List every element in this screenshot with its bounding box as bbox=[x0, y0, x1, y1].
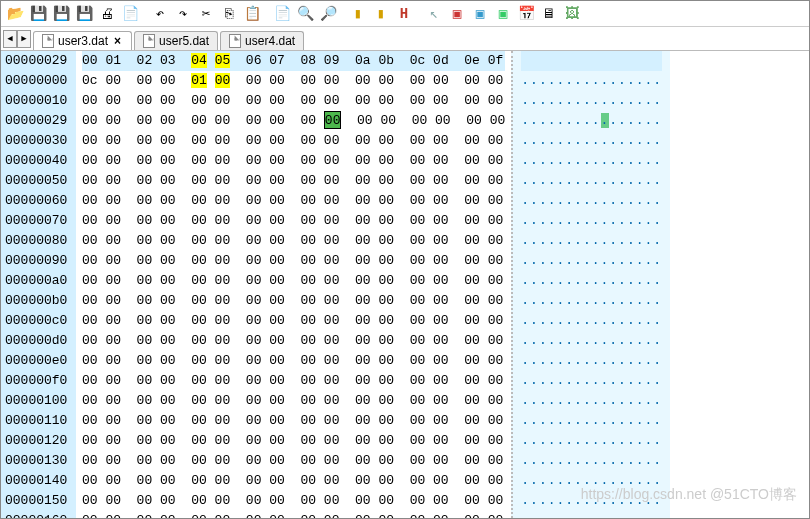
copy-save-icon[interactable]: 💾 bbox=[73, 3, 95, 25]
ascii-row[interactable]: ................ bbox=[521, 111, 662, 131]
hex-row[interactable]: 00 00 00 00 00 00 00 00 00 00 00 00 00 0… bbox=[82, 91, 505, 111]
search-icon[interactable]: 🔍 bbox=[294, 3, 316, 25]
hex-row[interactable]: 00 00 00 00 00 00 00 00 00 00 00 00 00 0… bbox=[82, 431, 505, 451]
file-icon bbox=[42, 34, 54, 48]
new-doc-icon[interactable]: 📄 bbox=[271, 3, 293, 25]
redo-icon[interactable]: ↷ bbox=[172, 3, 194, 25]
tab-close-button[interactable]: × bbox=[112, 34, 123, 48]
cursor-offset: 00000029 bbox=[5, 51, 70, 71]
ascii-row[interactable]: ................ bbox=[521, 231, 662, 251]
offset-label: 00000120 bbox=[5, 431, 70, 451]
ascii-row[interactable]: ................ bbox=[521, 391, 662, 411]
offset-label: 00000070 bbox=[5, 211, 70, 231]
ascii-row[interactable]: ................ bbox=[521, 411, 662, 431]
window-a-icon[interactable]: ▣ bbox=[446, 3, 468, 25]
offset-label: 00000060 bbox=[5, 191, 70, 211]
hex-row[interactable]: 00 00 00 00 00 00 00 00 00 00 00 00 00 0… bbox=[82, 391, 505, 411]
marker-icon[interactable]: ▮ bbox=[347, 3, 369, 25]
ascii-row[interactable]: ................ bbox=[521, 191, 662, 211]
hex-header: 00 01 02 03 04 05 06 07 08 09 0a 0b 0c 0… bbox=[82, 51, 505, 71]
calendar-icon[interactable]: 📅 bbox=[515, 3, 537, 25]
save-all-icon[interactable]: 💾 bbox=[50, 3, 72, 25]
ascii-row[interactable]: ................ bbox=[521, 331, 662, 351]
ascii-row[interactable]: ................ bbox=[521, 291, 662, 311]
hex-row[interactable]: 00 00 00 00 00 00 00 00 00 00 00 00 00 0… bbox=[82, 191, 505, 211]
ascii-row[interactable]: ................ bbox=[521, 351, 662, 371]
offset-label: 00000050 bbox=[5, 171, 70, 191]
tab-user3-dat[interactable]: user3.dat× bbox=[33, 31, 132, 50]
hex-row[interactable]: 00 00 00 00 00 00 00 00 00 00 00 00 00 0… bbox=[82, 131, 505, 151]
hex-row[interactable]: 00 00 00 00 00 00 00 00 00 00 00 00 00 0… bbox=[82, 251, 505, 271]
offset-label: 000000b0 bbox=[5, 291, 70, 311]
ascii-row[interactable]: ................ bbox=[521, 451, 662, 471]
offset-label: 00000080 bbox=[5, 231, 70, 251]
ascii-row[interactable]: ................ bbox=[521, 311, 662, 331]
ascii-row[interactable]: ................ bbox=[521, 271, 662, 291]
offset-label: 00000140 bbox=[5, 471, 70, 491]
hex-row[interactable]: 00 00 00 00 00 00 00 00 00 00 00 00 00 0… bbox=[82, 411, 505, 431]
ascii-row[interactable]: ................ bbox=[521, 371, 662, 391]
offset-label: 00000130 bbox=[5, 451, 70, 471]
offset-label: 00000010 bbox=[5, 91, 70, 111]
hex-row[interactable]: 00 00 00 00 00 00 00 00 00 00 00 00 00 0… bbox=[82, 371, 505, 391]
hex-row[interactable]: 0c 00 00 00 01 00 00 00 00 00 00 00 00 0… bbox=[82, 71, 505, 91]
arrow-left-icon[interactable]: ↖ bbox=[423, 3, 445, 25]
hex-icon[interactable]: H bbox=[393, 3, 415, 25]
ascii-row[interactable]: ................ bbox=[521, 91, 662, 111]
image-icon[interactable]: 🖼 bbox=[561, 3, 583, 25]
ascii-row[interactable]: ................ bbox=[521, 511, 662, 518]
ascii-column[interactable]: ........................................… bbox=[511, 51, 670, 518]
hex-column[interactable]: 00 01 02 03 04 05 06 07 08 09 0a 0b 0c 0… bbox=[76, 51, 511, 518]
ascii-row[interactable]: ................ bbox=[521, 131, 662, 151]
save-icon[interactable]: 💾 bbox=[27, 3, 49, 25]
ascii-row[interactable]: ................ bbox=[521, 251, 662, 271]
undo-icon[interactable]: ↶ bbox=[149, 3, 171, 25]
print-icon[interactable]: 🖨 bbox=[96, 3, 118, 25]
ascii-row[interactable]: ................ bbox=[521, 71, 662, 91]
window-c-icon[interactable]: ▣ bbox=[492, 3, 514, 25]
folder-icon[interactable]: 📂 bbox=[4, 3, 26, 25]
hex-row[interactable]: 00 00 00 00 00 00 00 00 00 00 00 00 00 0… bbox=[82, 211, 505, 231]
file-icon bbox=[229, 34, 241, 48]
monitor-icon[interactable]: 🖥 bbox=[538, 3, 560, 25]
print-preview-icon[interactable]: 📄 bbox=[119, 3, 141, 25]
hex-row[interactable]: 00 00 00 00 00 00 00 00 00 00 00 00 00 0… bbox=[82, 311, 505, 331]
toolbar: 📂 💾 💾 💾 🖨 📄 ↶ ↷ ✂ ⎘ 📋 📄 🔍 🔎 ▮ ▮ H ↖ ▣ ▣ … bbox=[1, 1, 809, 27]
offset-label: 000000d0 bbox=[5, 331, 70, 351]
hex-row[interactable]: 00 00 00 00 00 00 00 00 00 00 00 00 00 0… bbox=[82, 511, 505, 518]
ascii-row[interactable]: ................ bbox=[521, 211, 662, 231]
ascii-row[interactable]: ................ bbox=[521, 431, 662, 451]
hex-row[interactable]: 00 00 00 00 00 00 00 00 00 00 00 00 00 0… bbox=[82, 351, 505, 371]
marker2-icon[interactable]: ▮ bbox=[370, 3, 392, 25]
hex-row[interactable]: 00 00 00 00 00 00 00 00 00 00 00 00 00 0… bbox=[82, 491, 505, 511]
search-next-icon[interactable]: 🔎 bbox=[317, 3, 339, 25]
offset-label: 00000090 bbox=[5, 251, 70, 271]
hex-row[interactable]: 00 00 00 00 00 00 00 00 00 00 00 00 00 0… bbox=[82, 111, 505, 131]
hex-editor[interactable]: 0000002900000000000000100000002900000030… bbox=[1, 51, 809, 518]
paste-icon[interactable]: 📋 bbox=[241, 3, 263, 25]
offset-label: 00000110 bbox=[5, 411, 70, 431]
hex-row[interactable]: 00 00 00 00 00 00 00 00 00 00 00 00 00 0… bbox=[82, 171, 505, 191]
hex-row[interactable]: 00 00 00 00 00 00 00 00 00 00 00 00 00 0… bbox=[82, 471, 505, 491]
hex-row[interactable]: 00 00 00 00 00 00 00 00 00 00 00 00 00 0… bbox=[82, 231, 505, 251]
tab-label: user4.dat bbox=[245, 34, 295, 48]
hex-row[interactable]: 00 00 00 00 00 00 00 00 00 00 00 00 00 0… bbox=[82, 271, 505, 291]
tab-prev-button[interactable]: ◀ bbox=[3, 30, 17, 48]
offset-column: 0000002900000000000000100000002900000030… bbox=[1, 51, 76, 518]
offset-label: 00000160 bbox=[5, 511, 70, 518]
hex-row[interactable]: 00 00 00 00 00 00 00 00 00 00 00 00 00 0… bbox=[82, 291, 505, 311]
offset-label: 00000000 bbox=[5, 71, 70, 91]
offset-label: 000000a0 bbox=[5, 271, 70, 291]
tab-user4-dat[interactable]: user4.dat bbox=[220, 31, 304, 50]
hex-row[interactable]: 00 00 00 00 00 00 00 00 00 00 00 00 00 0… bbox=[82, 451, 505, 471]
offset-label: 00000030 bbox=[5, 131, 70, 151]
tab-next-button[interactable]: ▶ bbox=[17, 30, 31, 48]
hex-row[interactable]: 00 00 00 00 00 00 00 00 00 00 00 00 00 0… bbox=[82, 151, 505, 171]
cut-icon[interactable]: ✂ bbox=[195, 3, 217, 25]
ascii-row[interactable]: ................ bbox=[521, 171, 662, 191]
window-b-icon[interactable]: ▣ bbox=[469, 3, 491, 25]
tab-user5-dat[interactable]: user5.dat bbox=[134, 31, 218, 50]
hex-row[interactable]: 00 00 00 00 00 00 00 00 00 00 00 00 00 0… bbox=[82, 331, 505, 351]
ascii-row[interactable]: ................ bbox=[521, 151, 662, 171]
copy-icon[interactable]: ⎘ bbox=[218, 3, 240, 25]
